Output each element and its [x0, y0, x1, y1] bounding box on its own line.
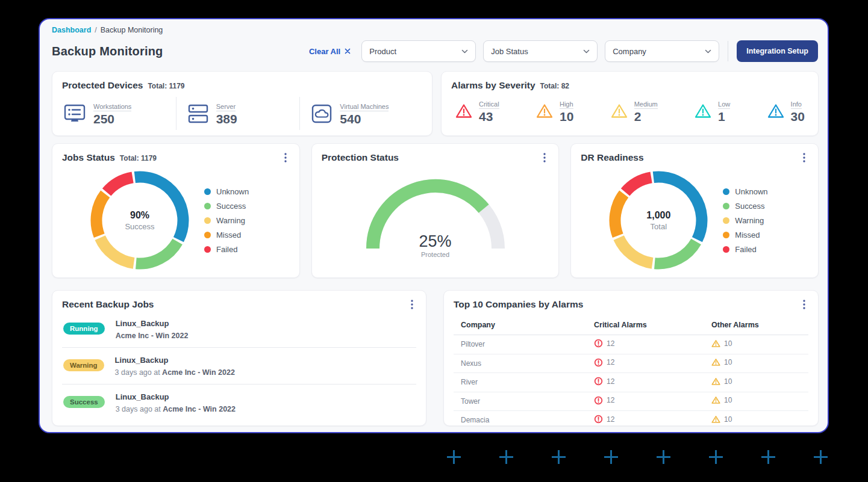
severity-metric-critical: Critical 43	[455, 98, 499, 124]
other-alarm-icon	[711, 396, 720, 404]
metric-label: High	[560, 100, 573, 109]
plus-icon	[813, 449, 829, 465]
table-row: Piltover 12 10	[454, 335, 808, 354]
legend-label: Warning	[216, 216, 245, 225]
chart-legend: Unknown Success Warning Missed Failed	[723, 187, 767, 254]
company-cell: River	[454, 373, 589, 392]
legend-dot	[204, 188, 211, 195]
filter-dropdown-job-status[interactable]: Job Status	[483, 40, 598, 62]
card-title: Jobs Status	[62, 152, 115, 163]
legend-dot	[204, 232, 211, 238]
metric-label: Virtual Machines	[340, 103, 389, 111]
clear-all-label: Clear All	[309, 47, 340, 56]
metric-label: Info	[791, 100, 802, 109]
critical-alarms-cell: 12	[589, 354, 707, 373]
metric-value: 389	[216, 112, 237, 126]
chevron-down-icon	[461, 49, 468, 54]
device-metric-workstations: Workstations 250	[61, 97, 176, 130]
legend-item-success: Success	[723, 202, 767, 211]
severity-metric-high: High 10	[535, 98, 573, 124]
metric-value: 2	[634, 110, 658, 124]
warning-triangle-icon	[535, 103, 554, 119]
column-header: Company	[454, 316, 589, 335]
close-icon[interactable]	[345, 48, 351, 54]
topbar: Dashboard / Backup Monitoring Backup Mon…	[52, 26, 818, 62]
severity-metric-low: Low 1	[694, 98, 730, 124]
job-subtitle: 3 days ago at Acme Inc - Win 2022	[115, 368, 235, 377]
filter-dropdown-product[interactable]: Product	[361, 40, 476, 62]
legend-label: Warning	[735, 216, 764, 225]
server-icon	[187, 104, 209, 124]
breadcrumb-dashboard-link[interactable]: Dashboard	[52, 26, 91, 34]
other-alarm-icon	[711, 358, 720, 366]
legend-label: Failed	[216, 245, 237, 254]
protection-status-gauge: 25% Protected	[366, 176, 505, 256]
kebab-menu-icon[interactable]	[799, 152, 810, 163]
donut-center-value: 1,000	[646, 210, 670, 221]
plus-icon	[551, 449, 567, 465]
metric-label: Critical	[479, 100, 499, 109]
jobs-status-donut-chart: 90% Success	[90, 170, 190, 270]
alarms-by-severity-card: Alarms by Severity Total: 82 Critical 43…	[441, 71, 819, 136]
job-name: Linux_Backup	[116, 392, 236, 401]
backup-job-row: Success Linux_Backup 3 days ago at Acme …	[62, 385, 416, 421]
kebab-menu-icon[interactable]	[280, 152, 291, 163]
metric-value: 10	[560, 110, 573, 124]
legend-label: Success	[735, 202, 764, 211]
chart-legend: Unknown Success Warning Missed Failed	[204, 187, 249, 254]
top-companies-card: Top 10 Companies by Alarms CompanyCritic…	[443, 290, 819, 426]
breadcrumb-separator: /	[95, 26, 96, 34]
critical-alarm-icon	[594, 415, 603, 424]
other-alarm-icon	[711, 415, 720, 424]
kebab-menu-icon[interactable]	[407, 299, 417, 310]
company-cell: Piltover	[454, 335, 589, 354]
severity-metric-info: Info 30	[767, 98, 805, 124]
chevron-down-icon	[705, 49, 711, 54]
card-total: Total: 82	[540, 82, 569, 90]
clear-all-button[interactable]: Clear All	[309, 47, 351, 56]
job-name: Linux_Backup	[116, 319, 189, 328]
backup-job-row: Warning Linux_Backup 3 days ago at Acme …	[62, 348, 416, 385]
plus-icon	[498, 449, 514, 465]
kebab-dots	[803, 153, 805, 162]
legend-item-unknown: Unknown	[723, 187, 767, 196]
legend-item-failed: Failed	[723, 245, 767, 254]
metric-label: Medium	[634, 100, 658, 109]
metric-value: 43	[479, 110, 499, 124]
kebab-dots	[411, 300, 413, 309]
legend-dot	[723, 232, 729, 238]
breadcrumb-current: Backup Monitoring	[101, 26, 163, 34]
kebab-dots	[284, 153, 287, 162]
filter-dropdown-company[interactable]: Company	[605, 40, 719, 62]
card-title: Alarms by Severity	[451, 80, 535, 91]
card-title: Protection Status	[322, 152, 399, 163]
donut-center-label: Total	[651, 222, 667, 231]
other-alarms-cell: 10	[707, 335, 808, 354]
table-row: River 12 10	[454, 373, 808, 392]
status-badge: Warning	[63, 359, 104, 371]
dropdown-label: Product	[369, 47, 396, 56]
kebab-menu-icon[interactable]	[799, 299, 810, 310]
column-header: Other Alarms	[707, 316, 808, 335]
critical-alarm-icon	[594, 396, 603, 405]
legend-item-warning: Warning	[723, 216, 767, 225]
other-alarms-cell: 10	[707, 354, 808, 373]
device-metric-virtual-machines: Virtual Machines 540	[299, 97, 423, 130]
card-title: Protected Devices	[62, 80, 143, 91]
company-cell: Demacia	[454, 411, 589, 427]
severity-metric-medium: Medium 2	[610, 98, 658, 124]
legend-dot	[723, 203, 729, 209]
legend-dot	[204, 217, 211, 224]
decorative-plus-row	[446, 449, 829, 465]
legend-item-unknown: Unknown	[204, 187, 249, 196]
legend-item-failed: Failed	[204, 245, 249, 254]
gauge-label: Protected	[366, 251, 505, 258]
critical-alarms-cell: 12	[589, 335, 707, 354]
critical-alarms-cell: 12	[589, 392, 707, 411]
job-subtitle: 3 days ago at Acme Inc - Win 2022	[116, 405, 236, 413]
kebab-menu-icon[interactable]	[539, 152, 550, 163]
other-alarms-cell: 10	[707, 411, 808, 427]
critical-alarms-cell: 12	[589, 411, 707, 427]
plus-icon	[603, 449, 619, 465]
integration-setup-button[interactable]: Integration Setup	[737, 40, 818, 62]
